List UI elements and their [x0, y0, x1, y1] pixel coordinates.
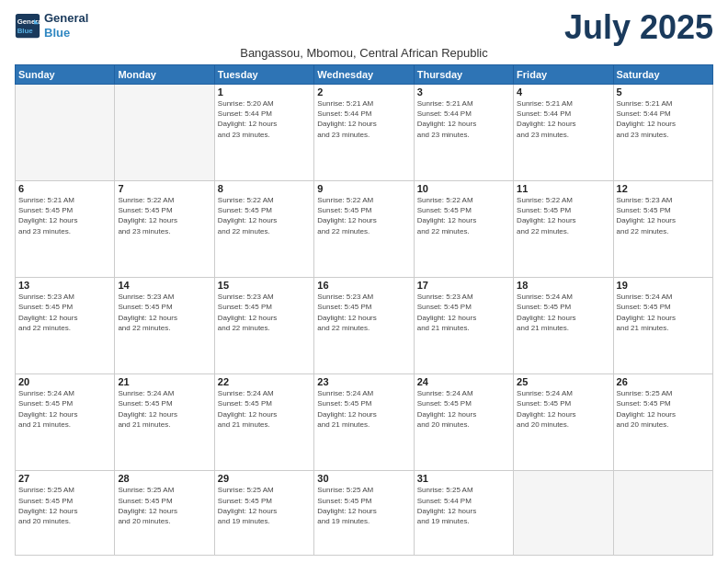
day-number: 8 [218, 183, 311, 194]
table-row: 19Sunrise: 5:24 AM Sunset: 5:45 PM Dayli… [613, 278, 712, 374]
day-info: Sunrise: 5:25 AM Sunset: 5:45 PM Dayligh… [18, 485, 111, 526]
col-monday: Monday [115, 65, 214, 85]
title-block: July 2025 [564, 11, 713, 44]
day-number: 15 [218, 280, 311, 291]
day-number: 13 [18, 280, 111, 291]
day-number: 2 [317, 86, 410, 98]
day-info: Sunrise: 5:25 AM Sunset: 5:45 PM Dayligh… [118, 485, 210, 526]
day-info: Sunrise: 5:21 AM Sunset: 5:45 PM Dayligh… [18, 195, 111, 236]
day-number: 25 [517, 376, 609, 387]
day-info: Sunrise: 5:24 AM Sunset: 5:45 PM Dayligh… [517, 388, 609, 430]
day-number: 29 [218, 473, 311, 484]
calendar-header-row: Sunday Monday Tuesday Wednesday Thursday… [16, 65, 713, 85]
calendar-table: Sunday Monday Tuesday Wednesday Thursday… [15, 64, 713, 556]
location: Bangassou, Mbomou, Central African Repub… [15, 46, 713, 60]
page: General Blue General Blue July 2025 Bang… [0, 0, 728, 563]
day-info: Sunrise: 5:21 AM Sunset: 5:44 PM Dayligh… [617, 98, 710, 140]
table-row: 13Sunrise: 5:23 AM Sunset: 5:45 PM Dayli… [16, 278, 115, 374]
table-row: 17Sunrise: 5:23 AM Sunset: 5:45 PM Dayli… [414, 278, 513, 374]
table-row: 28Sunrise: 5:25 AM Sunset: 5:45 PM Dayli… [115, 471, 214, 556]
table-row: 26Sunrise: 5:25 AM Sunset: 5:45 PM Dayli… [613, 374, 712, 471]
day-number: 27 [18, 473, 111, 484]
day-number: 24 [417, 376, 510, 387]
table-row: 24Sunrise: 5:24 AM Sunset: 5:45 PM Dayli… [414, 374, 513, 471]
day-number: 22 [218, 376, 311, 387]
table-row: 2Sunrise: 5:21 AM Sunset: 5:44 PM Daylig… [314, 85, 414, 181]
calendar-week-row: 20Sunrise: 5:24 AM Sunset: 5:45 PM Dayli… [16, 374, 713, 471]
table-row: 22Sunrise: 5:24 AM Sunset: 5:45 PM Dayli… [214, 374, 313, 471]
day-number: 3 [417, 86, 510, 98]
day-info: Sunrise: 5:23 AM Sunset: 5:45 PM Dayligh… [118, 292, 210, 333]
day-info: Sunrise: 5:25 AM Sunset: 5:45 PM Dayligh… [617, 388, 710, 430]
month-year: July 2025 [564, 11, 713, 44]
day-number: 23 [317, 376, 410, 387]
table-row: 12Sunrise: 5:23 AM Sunset: 5:45 PM Dayli… [613, 181, 712, 278]
table-row: 29Sunrise: 5:25 AM Sunset: 5:45 PM Dayli… [214, 471, 313, 556]
table-row: 6Sunrise: 5:21 AM Sunset: 5:45 PM Daylig… [16, 181, 115, 278]
col-sunday: Sunday [16, 65, 115, 85]
day-number: 21 [118, 376, 210, 387]
calendar-week-row: 13Sunrise: 5:23 AM Sunset: 5:45 PM Dayli… [16, 278, 713, 374]
day-number: 30 [317, 473, 410, 484]
day-number: 12 [617, 183, 710, 194]
table-row: 15Sunrise: 5:23 AM Sunset: 5:45 PM Dayli… [214, 278, 313, 374]
day-info: Sunrise: 5:21 AM Sunset: 5:44 PM Dayligh… [317, 98, 410, 140]
table-row: 10Sunrise: 5:22 AM Sunset: 5:45 PM Dayli… [414, 181, 513, 278]
day-info: Sunrise: 5:25 AM Sunset: 5:45 PM Dayligh… [317, 485, 410, 526]
table-row: 31Sunrise: 5:25 AM Sunset: 5:44 PM Dayli… [414, 471, 513, 556]
day-info: Sunrise: 5:23 AM Sunset: 5:45 PM Dayligh… [417, 292, 510, 333]
day-info: Sunrise: 5:22 AM Sunset: 5:45 PM Dayligh… [417, 195, 510, 236]
day-info: Sunrise: 5:24 AM Sunset: 5:45 PM Dayligh… [417, 388, 510, 430]
table-row: 1Sunrise: 5:20 AM Sunset: 5:44 PM Daylig… [214, 85, 313, 181]
col-wednesday: Wednesday [314, 65, 414, 85]
day-info: Sunrise: 5:24 AM Sunset: 5:45 PM Dayligh… [18, 388, 111, 430]
col-saturday: Saturday [613, 65, 712, 85]
calendar-week-row: 1Sunrise: 5:20 AM Sunset: 5:44 PM Daylig… [16, 85, 713, 181]
day-info: Sunrise: 5:20 AM Sunset: 5:44 PM Dayligh… [218, 98, 311, 140]
day-info: Sunrise: 5:22 AM Sunset: 5:45 PM Dayligh… [218, 195, 311, 236]
day-info: Sunrise: 5:23 AM Sunset: 5:45 PM Dayligh… [218, 292, 311, 333]
day-number: 18 [517, 280, 609, 291]
day-number: 9 [317, 183, 410, 194]
day-number: 26 [617, 376, 710, 387]
day-number: 4 [517, 86, 609, 98]
table-row: 11Sunrise: 5:22 AM Sunset: 5:45 PM Dayli… [514, 181, 613, 278]
table-row: 25Sunrise: 5:24 AM Sunset: 5:45 PM Dayli… [514, 374, 613, 471]
header: General Blue General Blue July 2025 [15, 11, 713, 44]
table-row [514, 471, 613, 556]
day-info: Sunrise: 5:25 AM Sunset: 5:44 PM Dayligh… [417, 485, 510, 526]
day-info: Sunrise: 5:23 AM Sunset: 5:45 PM Dayligh… [317, 292, 410, 333]
calendar-week-row: 27Sunrise: 5:25 AM Sunset: 5:45 PM Dayli… [16, 471, 713, 556]
table-row [613, 471, 712, 556]
table-row: 16Sunrise: 5:23 AM Sunset: 5:45 PM Dayli… [314, 278, 414, 374]
table-row: 21Sunrise: 5:24 AM Sunset: 5:45 PM Dayli… [115, 374, 214, 471]
day-number: 6 [18, 183, 111, 194]
day-info: Sunrise: 5:24 AM Sunset: 5:45 PM Dayligh… [118, 388, 210, 430]
day-number: 20 [18, 376, 111, 387]
table-row: 9Sunrise: 5:22 AM Sunset: 5:45 PM Daylig… [314, 181, 414, 278]
day-number: 17 [417, 280, 510, 291]
table-row: 18Sunrise: 5:24 AM Sunset: 5:45 PM Dayli… [514, 278, 613, 374]
day-number: 14 [118, 280, 210, 291]
day-number: 1 [218, 86, 311, 98]
col-friday: Friday [514, 65, 613, 85]
day-info: Sunrise: 5:22 AM Sunset: 5:45 PM Dayligh… [317, 195, 410, 236]
table-row: 7Sunrise: 5:22 AM Sunset: 5:45 PM Daylig… [115, 181, 214, 278]
table-row: 3Sunrise: 5:21 AM Sunset: 5:44 PM Daylig… [414, 85, 513, 181]
day-info: Sunrise: 5:24 AM Sunset: 5:45 PM Dayligh… [617, 292, 710, 333]
table-row [115, 85, 214, 181]
table-row: 23Sunrise: 5:24 AM Sunset: 5:45 PM Dayli… [314, 374, 414, 471]
day-number: 31 [417, 473, 510, 484]
day-number: 28 [118, 473, 210, 484]
day-number: 16 [317, 280, 410, 291]
table-row: 5Sunrise: 5:21 AM Sunset: 5:44 PM Daylig… [613, 85, 712, 181]
day-info: Sunrise: 5:24 AM Sunset: 5:45 PM Dayligh… [317, 388, 410, 430]
table-row: 27Sunrise: 5:25 AM Sunset: 5:45 PM Dayli… [16, 471, 115, 556]
table-row: 20Sunrise: 5:24 AM Sunset: 5:45 PM Dayli… [16, 374, 115, 471]
day-info: Sunrise: 5:21 AM Sunset: 5:44 PM Dayligh… [417, 98, 510, 140]
svg-text:Blue: Blue [17, 26, 34, 34]
day-info: Sunrise: 5:25 AM Sunset: 5:45 PM Dayligh… [218, 485, 311, 526]
table-row: 14Sunrise: 5:23 AM Sunset: 5:45 PM Dayli… [115, 278, 214, 374]
table-row: 8Sunrise: 5:22 AM Sunset: 5:45 PM Daylig… [214, 181, 313, 278]
day-info: Sunrise: 5:22 AM Sunset: 5:45 PM Dayligh… [118, 195, 210, 236]
